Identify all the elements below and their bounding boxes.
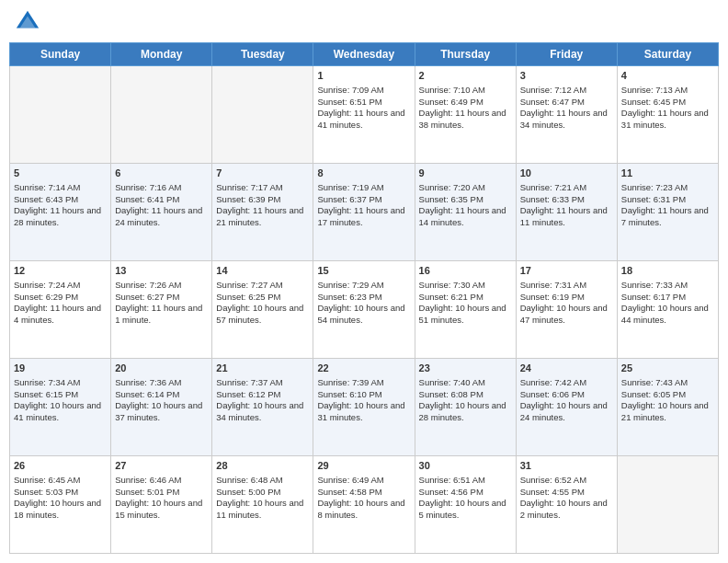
- day-header-wednesday: Wednesday: [313, 43, 415, 66]
- day-content: Sunset: 5:00 PM: [216, 487, 309, 499]
- day-content: Daylight: 11 hours and 38 minutes.: [419, 108, 512, 132]
- day-content: Sunrise: 7:40 AM: [419, 377, 512, 389]
- day-number: 4: [621, 69, 714, 83]
- day-content: Sunrise: 7:21 AM: [520, 182, 613, 194]
- header: [9, 9, 719, 35]
- day-content: Sunset: 6:23 PM: [317, 292, 410, 304]
- day-content: Sunrise: 7:14 AM: [14, 182, 107, 194]
- day-content: Daylight: 10 hours and 41 minutes.: [14, 400, 107, 424]
- page: SundayMondayTuesdayWednesdayThursdayFrid…: [0, 0, 728, 563]
- day-number: 24: [520, 362, 613, 375]
- day-content: Sunrise: 7:24 AM: [14, 280, 107, 292]
- day-content: Sunset: 6:51 PM: [317, 97, 410, 109]
- day-number: 31: [520, 459, 613, 473]
- calendar-cell: 3Sunrise: 7:12 AMSunset: 6:47 PMDaylight…: [516, 66, 617, 164]
- day-content: Sunset: 6:31 PM: [621, 194, 714, 206]
- day-content: Sunset: 6:47 PM: [520, 97, 613, 109]
- day-content: Sunset: 6:06 PM: [520, 389, 613, 401]
- day-header-saturday: Saturday: [617, 43, 718, 66]
- calendar-cell: 28Sunrise: 6:48 AMSunset: 5:00 PMDayligh…: [212, 456, 313, 554]
- day-number: 17: [520, 264, 613, 278]
- day-content: Daylight: 10 hours and 34 minutes.: [216, 400, 309, 424]
- day-number: 8: [317, 167, 410, 180]
- day-content: Sunset: 6:45 PM: [621, 97, 714, 109]
- calendar-cell: 26Sunrise: 6:45 AMSunset: 5:03 PMDayligh…: [10, 456, 111, 554]
- calendar-cell: 4Sunrise: 7:13 AMSunset: 6:45 PMDaylight…: [617, 66, 718, 164]
- day-content: Sunset: 6:14 PM: [115, 389, 208, 401]
- day-content: Sunset: 6:10 PM: [317, 389, 410, 401]
- day-content: Sunrise: 7:31 AM: [520, 280, 613, 292]
- day-content: Sunrise: 7:26 AM: [115, 280, 208, 292]
- day-content: Daylight: 11 hours and 14 minutes.: [419, 205, 512, 229]
- day-number: 13: [115, 264, 208, 278]
- day-content: Daylight: 10 hours and 11 minutes.: [216, 498, 309, 522]
- day-content: Sunrise: 7:19 AM: [317, 182, 410, 194]
- calendar-cell: 9Sunrise: 7:20 AMSunset: 6:35 PMDaylight…: [415, 164, 516, 261]
- day-content: Daylight: 11 hours and 31 minutes.: [621, 108, 714, 132]
- day-content: Daylight: 10 hours and 44 minutes.: [621, 303, 714, 327]
- day-content: Sunset: 6:39 PM: [216, 194, 309, 206]
- day-content: Sunrise: 7:29 AM: [317, 280, 410, 292]
- day-content: Sunrise: 7:33 AM: [621, 280, 714, 292]
- day-header-sunday: Sunday: [10, 43, 111, 66]
- day-content: Sunrise: 7:13 AM: [621, 85, 714, 97]
- day-content: Sunset: 6:29 PM: [14, 292, 107, 304]
- day-header-tuesday: Tuesday: [212, 43, 313, 66]
- day-number: 18: [621, 264, 714, 278]
- day-content: Daylight: 10 hours and 51 minutes.: [419, 303, 512, 327]
- day-content: Daylight: 10 hours and 21 minutes.: [621, 400, 714, 424]
- logo-icon: [15, 9, 40, 35]
- day-content: Daylight: 10 hours and 8 minutes.: [317, 498, 410, 522]
- day-number: 7: [216, 167, 309, 180]
- day-header-thursday: Thursday: [415, 43, 516, 66]
- day-content: Sunset: 4:58 PM: [317, 487, 410, 499]
- day-number: 21: [216, 362, 309, 375]
- calendar-cell: 12Sunrise: 7:24 AMSunset: 6:29 PMDayligh…: [10, 261, 111, 359]
- day-number: 26: [14, 459, 107, 473]
- day-number: 14: [216, 264, 309, 278]
- day-content: Daylight: 10 hours and 57 minutes.: [216, 303, 309, 327]
- calendar-cell: 16Sunrise: 7:30 AMSunset: 6:21 PMDayligh…: [415, 261, 516, 359]
- day-content: Sunset: 6:25 PM: [216, 292, 309, 304]
- day-content: Daylight: 10 hours and 31 minutes.: [317, 400, 410, 424]
- logo: [13, 9, 42, 35]
- day-content: Sunrise: 7:17 AM: [216, 182, 309, 194]
- day-content: Daylight: 10 hours and 54 minutes.: [317, 303, 410, 327]
- day-content: Sunrise: 6:49 AM: [317, 475, 410, 487]
- day-content: Daylight: 10 hours and 5 minutes.: [419, 498, 512, 522]
- day-number: 28: [216, 459, 309, 473]
- calendar-cell: [10, 66, 111, 164]
- calendar-cell: 6Sunrise: 7:16 AMSunset: 6:41 PMDaylight…: [111, 164, 212, 261]
- day-number: 16: [419, 264, 512, 278]
- day-content: Sunset: 6:12 PM: [216, 389, 309, 401]
- day-number: 6: [115, 167, 208, 180]
- calendar-cell: 31Sunrise: 6:52 AMSunset: 4:55 PMDayligh…: [516, 456, 617, 554]
- day-content: Daylight: 10 hours and 18 minutes.: [14, 498, 107, 522]
- day-number: 2: [419, 69, 512, 83]
- day-number: 9: [419, 167, 512, 180]
- day-number: 19: [14, 362, 107, 375]
- day-content: Sunrise: 6:46 AM: [115, 475, 208, 487]
- day-content: Daylight: 10 hours and 47 minutes.: [520, 303, 613, 327]
- day-content: Sunrise: 7:10 AM: [419, 85, 512, 97]
- day-content: Sunrise: 7:42 AM: [520, 377, 613, 389]
- day-number: 29: [317, 459, 410, 473]
- day-content: Sunrise: 6:48 AM: [216, 475, 309, 487]
- day-content: Sunrise: 7:37 AM: [216, 377, 309, 389]
- day-content: Sunrise: 6:51 AM: [419, 475, 512, 487]
- calendar-cell: 24Sunrise: 7:42 AMSunset: 6:06 PMDayligh…: [516, 359, 617, 456]
- calendar-cell: 27Sunrise: 6:46 AMSunset: 5:01 PMDayligh…: [111, 456, 212, 554]
- calendar-cell: 13Sunrise: 7:26 AMSunset: 6:27 PMDayligh…: [111, 261, 212, 359]
- day-content: Sunset: 6:15 PM: [14, 389, 107, 401]
- day-content: Sunset: 6:05 PM: [621, 389, 714, 401]
- calendar-cell: 20Sunrise: 7:36 AMSunset: 6:14 PMDayligh…: [111, 359, 212, 456]
- calendar-cell: [212, 66, 313, 164]
- calendar-cell: 7Sunrise: 7:17 AMSunset: 6:39 PMDaylight…: [212, 164, 313, 261]
- day-number: 15: [317, 264, 410, 278]
- day-content: Daylight: 11 hours and 11 minutes.: [520, 205, 613, 229]
- day-content: Sunrise: 6:52 AM: [520, 475, 613, 487]
- day-content: Sunrise: 7:36 AM: [115, 377, 208, 389]
- day-number: 11: [621, 167, 714, 180]
- day-content: Sunrise: 7:12 AM: [520, 85, 613, 97]
- calendar-cell: 8Sunrise: 7:19 AMSunset: 6:37 PMDaylight…: [313, 164, 415, 261]
